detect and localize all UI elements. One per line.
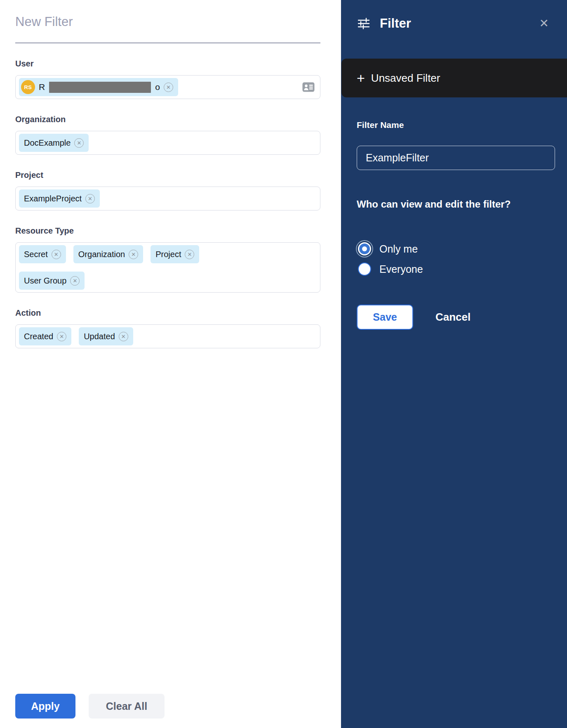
cancel-button[interactable]: Cancel [435, 311, 471, 324]
filter-sidebar-header: Filter ✕ [341, 0, 567, 31]
radio-unselected-icon[interactable] [358, 262, 371, 276]
remove-project-chip-icon[interactable]: ✕ [85, 194, 95, 203]
organization-field-label: Organization [15, 114, 320, 124]
user-chip: RS R o ✕ [19, 78, 178, 96]
remove-organization-chip-icon[interactable]: ✕ [74, 138, 84, 148]
action-chip-created: Created ✕ [19, 327, 71, 345]
action-chip-label: Updated [84, 332, 115, 341]
apply-button[interactable]: Apply [15, 694, 75, 719]
save-button[interactable]: Save [357, 305, 413, 330]
plus-icon: + [357, 71, 365, 85]
unsaved-filter-item[interactable]: + Unsaved Filter [341, 59, 567, 97]
remove-created-chip-icon[interactable]: ✕ [57, 332, 66, 341]
resource-type-chip-secret: Secret ✕ [19, 245, 66, 263]
user-avatar: RS [21, 80, 35, 94]
filter-sidebar: Filter ✕ + Unsaved Filter Filter Name Wh… [341, 0, 567, 728]
remove-secret-chip-icon[interactable]: ✕ [52, 250, 61, 259]
remove-user-chip-icon[interactable]: ✕ [164, 83, 173, 92]
title-divider [15, 43, 320, 43]
remove-user-group-chip-icon[interactable]: ✕ [70, 276, 80, 286]
app-root: New Filter User RS R o ✕ [0, 0, 567, 728]
resource-type-chip-label: Project [155, 250, 181, 259]
sidebar-actions: Save Cancel [357, 305, 555, 330]
contact-card-icon[interactable] [302, 82, 315, 92]
radio-option-label: Everyone [379, 263, 423, 275]
remove-updated-chip-icon[interactable]: ✕ [119, 332, 128, 341]
resource-type-chip-organization: Organization ✕ [73, 245, 143, 263]
action-field-label: Action [15, 308, 320, 318]
radio-option-everyone[interactable]: Everyone [357, 261, 555, 277]
user-field-label: User [15, 59, 320, 69]
unsaved-filter-label: Unsaved Filter [371, 72, 440, 85]
radio-option-label: Only me [379, 243, 418, 255]
filter-name-input[interactable] [357, 146, 555, 170]
project-chip-label: ExampleProject [24, 194, 82, 203]
organization-chip-label: DocExample [24, 138, 71, 148]
radio-selected-icon[interactable] [358, 242, 371, 255]
radio-option-only-me[interactable]: Only me [357, 241, 555, 257]
action-input[interactable]: Created ✕ Updated ✕ [15, 324, 320, 348]
close-icon[interactable]: ✕ [539, 18, 549, 29]
user-name-fragment-start: R [39, 82, 45, 92]
organization-input[interactable]: DocExample ✕ [15, 131, 320, 155]
filter-sidebar-title: Filter [380, 16, 411, 31]
filter-sliders-icon [357, 17, 371, 30]
clear-all-button[interactable]: Clear All [89, 694, 165, 719]
resource-type-chip-project: Project ✕ [151, 245, 199, 263]
resource-type-chip-label: User Group [24, 276, 66, 286]
new-filter-title: New Filter [15, 14, 320, 30]
resource-type-chip-label: Secret [24, 250, 48, 259]
remove-project-type-chip-icon[interactable]: ✕ [185, 250, 194, 259]
redaction-bar [49, 82, 151, 93]
new-filter-panel: New Filter User RS R o ✕ [0, 0, 341, 728]
remove-organization-type-chip-icon[interactable]: ✕ [129, 250, 138, 259]
organization-chip: DocExample ✕ [19, 134, 89, 152]
visibility-question: Who can view and edit the filter? [357, 198, 555, 210]
action-chip-label: Created [24, 332, 53, 341]
filter-sidebar-body: Filter Name Who can view and edit the fi… [341, 120, 567, 330]
user-name-fragment-end: o [155, 82, 160, 92]
filter-name-label: Filter Name [357, 120, 555, 130]
form-actions: Apply Clear All [15, 694, 165, 719]
project-field-label: Project [15, 170, 320, 180]
project-input[interactable]: ExampleProject ✕ [15, 187, 320, 210]
resource-type-chip-user-group: User Group ✕ [19, 272, 85, 290]
visibility-radio-group: Only me Everyone [357, 241, 555, 277]
resource-type-field-label: Resource Type [15, 226, 320, 236]
project-chip: ExampleProject ✕ [19, 189, 100, 208]
action-chip-updated: Updated ✕ [79, 327, 133, 345]
resource-type-input[interactable]: Secret ✕ Organization ✕ Project ✕ User G… [15, 242, 320, 293]
resource-type-chip-label: Organization [78, 250, 125, 259]
user-input[interactable]: RS R o ✕ [15, 75, 320, 99]
